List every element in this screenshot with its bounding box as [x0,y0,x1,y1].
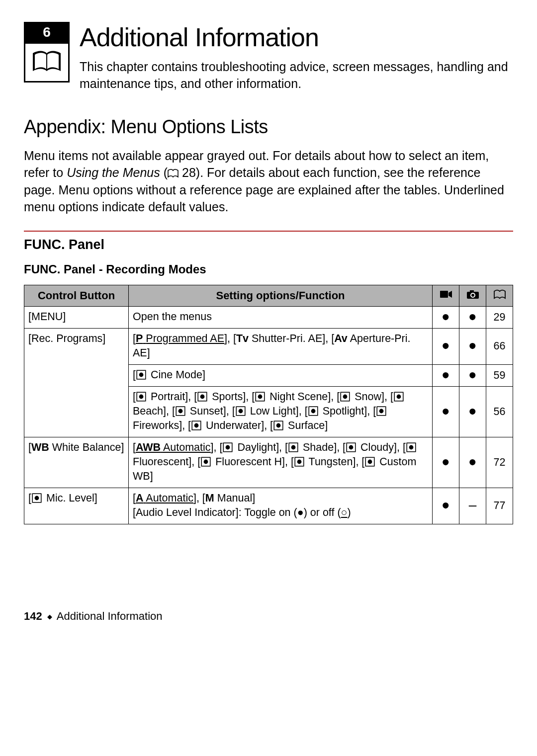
mode-abbr: A [136,492,144,504]
mode-abbr: Av [334,333,348,344]
mode-label: Daylight [237,441,276,453]
mode-label: Spotlight [323,405,364,417]
svg-point-44 [35,496,39,500]
page-ref-icon [168,166,179,182]
tungsten-icon [294,456,305,467]
mode-label: White Balance [52,441,121,453]
audio-indicator-text: [Audio Level Indicator]: Toggle on ( [133,506,297,518]
toggle-off-icon: ○ [341,506,348,518]
appendix-body: Menu items not available appear grayed o… [24,148,513,216]
mode-label: Cine Mode [151,369,202,381]
svg-point-6 [139,372,144,377]
svg-point-4 [471,294,474,297]
video-mode-cell: ● [433,488,459,524]
chapter-badge: 6 [24,22,70,83]
svg-point-16 [397,394,401,399]
fireworks-icon [376,406,387,417]
section-rule [24,231,513,232]
video-mode-cell: ● [433,328,459,364]
options-cell: [P Programmed AE], [Tv Shutter-Pri. AE],… [129,328,433,364]
mode-label: Automatic [146,492,193,504]
panel-subtitle: FUNC. Panel - Recording Modes [24,261,513,277]
underwater-icon [191,420,202,431]
control-cell: [Rec. Programs] [24,328,129,437]
book-open-icon [24,44,70,83]
func-table: Control Button Setting options/Function … [24,285,513,524]
appendix-ref-page: 28 [182,166,196,179]
svg-point-20 [238,409,243,413]
options-cell: [ Portrait], [ Sports], [ Night Scene], … [129,386,433,437]
mode-label: Fireworks [133,420,179,431]
photo-mode-cell: ● [459,306,486,328]
appendix-title: Appendix: Menu Options Lists [24,114,513,140]
mode-label: Shutter-Pri. AE [252,333,322,344]
svg-rect-0 [440,291,448,298]
fluorescent-h-icon [200,456,211,467]
cine-icon [136,369,147,380]
page-number: 142 [24,610,42,622]
th-ref-icon [486,285,513,306]
svg-point-10 [200,394,205,399]
mode-label: Shade [303,441,334,453]
chapter-text: Additional Information This chapter cont… [80,20,513,92]
svg-point-22 [311,409,315,413]
mode-abbr: M [205,492,214,504]
svg-rect-2 [470,290,474,292]
photo-mode-cell: ● [459,328,486,364]
night-icon [255,391,266,402]
photo-mode-cell: ● [459,437,486,488]
mode-label: Cloudy [360,441,394,453]
svg-point-24 [379,409,384,413]
control-cell: [ Mic. Level] [24,488,129,524]
chapter-header: 6 Additional Information This chapter co… [24,20,513,92]
shade-icon [288,442,299,453]
photo-mode-cell: ● [459,386,486,437]
video-mode-cell: ● [433,386,459,437]
mode-label: Surface [288,420,325,431]
svg-point-8 [139,394,144,399]
page-footer: 142 ◆ Additional Information [24,609,513,624]
mode-label: Underwater [206,420,261,431]
chapter-intro: This chapter contains troubleshooting ad… [80,59,513,92]
control-cell: [MENU] [24,306,129,328]
reference-page-cell: 56 [486,386,513,437]
table-row: [MENU]Open the menus●●29 [24,306,513,328]
reference-page-cell: 72 [486,437,513,488]
video-mode-cell: ● [433,364,459,386]
svg-point-36 [409,445,414,449]
lowlight-icon [235,406,246,417]
photo-mode-cell: ● [459,364,486,386]
svg-point-26 [194,423,199,427]
th-control: Control Button [24,285,129,306]
snow-icon [340,391,351,402]
th-options: Setting options/Function [129,285,433,306]
chapter-number: 6 [24,22,70,44]
table-row: [Rec. Programs][P Programmed AE], [Tv Sh… [24,328,513,364]
reference-page-cell: 66 [486,328,513,364]
mode-label: Night Scene [269,391,328,403]
mode-abbr: P [136,333,143,344]
fluorescent-icon [406,442,417,453]
options-cell: [AWB Automatic], [ Daylight], [ Shade], … [129,437,433,488]
svg-point-18 [178,409,182,413]
svg-point-12 [258,394,263,399]
mode-label: Beach [133,405,163,417]
mode-label: Sunset [190,405,223,417]
mode-abbr: WB [31,441,49,453]
photo-mode-cell: – [459,488,486,524]
mode-label: Fluorescent [133,456,188,468]
footer-diamond-icon: ◆ [47,613,52,620]
table-row: [WB White Balance][AWB Automatic], [ Day… [24,437,513,488]
toggle-on-icon: ● [297,506,304,518]
beach-icon [393,391,404,402]
svg-point-34 [349,445,354,449]
footer-section: Additional Information [57,610,163,622]
reference-page-cell: 29 [486,306,513,328]
sunset-icon [175,406,186,417]
cloudy-icon [346,442,357,453]
mode-label: Snow [355,391,381,403]
options-cell: [A Automatic], [M Manual][Audio Level In… [129,488,433,524]
control-cell: [WB White Balance] [24,437,129,488]
svg-point-38 [204,459,208,464]
custom-wb-icon [364,456,375,467]
